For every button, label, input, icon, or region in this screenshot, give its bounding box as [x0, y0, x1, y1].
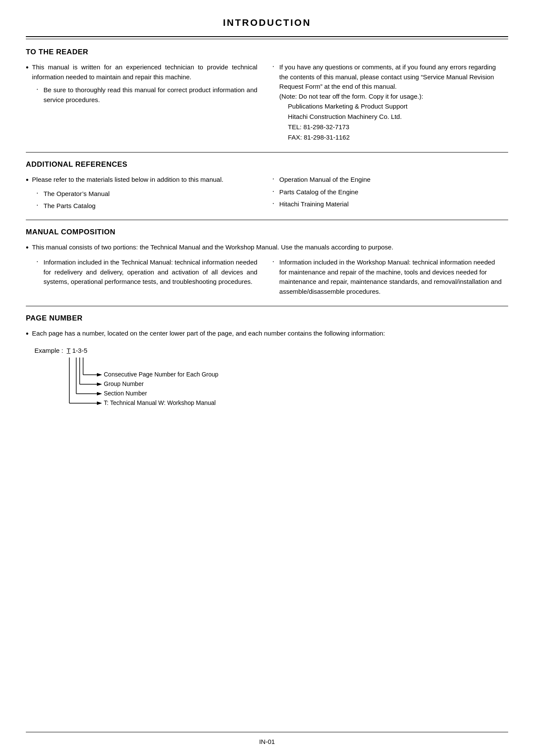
right-bullet-questions: ・ If you have any questions or comments,… — [270, 62, 502, 143]
section-header-manual-composition: MANUAL COMPOSITION — [26, 228, 508, 236]
bullet-item-manual-composition-intro: • This manual consists of two portions: … — [26, 243, 508, 253]
right-bullet-text-wm: Information included in the Workshop Man… — [279, 258, 502, 296]
manual-composition-right: ・ Information included in the Workshop M… — [270, 258, 502, 299]
sub-bullet-text-parts: The Parts Catalog — [43, 201, 96, 211]
bullet-text-pn: Each page has a number, located on the c… — [32, 329, 385, 339]
page-title: INTRODUCTION — [26, 17, 508, 32]
arrow-label-3: Section Number — [104, 390, 147, 397]
example-t: T — [67, 347, 71, 354]
manual-composition-content: ・ Information included in the Technical … — [26, 258, 508, 299]
note-text: (Note: Do not tear off the form. Copy it… — [279, 93, 423, 100]
sub-bullet-parts-catalog: ・ The Parts Catalog — [34, 201, 258, 211]
right-bullet-dot-ht: ・ — [270, 199, 276, 208]
svg-marker-7 — [97, 383, 102, 386]
right-bullet-text-ht: Hitachi Training Material — [279, 199, 349, 209]
contact-block: Publications Marketing & Product Support… — [288, 101, 502, 143]
sub-bullet-operators-manual: ・ The Operator’s Manual — [34, 189, 258, 199]
sub-bullet-text-tm: Information included in the Technical Ma… — [43, 258, 258, 287]
bullet-text-mc-intro: This manual consists of two portions: th… — [32, 243, 393, 252]
example-diagram: T 1-3-5 — [67, 347, 308, 410]
right-bullet-workshop-manual: ・ Information included in the Workshop M… — [270, 258, 502, 296]
sub-bullet-dot-parts: ・ — [34, 201, 40, 210]
bullet-dot-pn: • — [26, 329, 28, 339]
sub-bullet-dot-tm: ・ — [34, 258, 40, 266]
example-value: T 1-3-5 — [67, 347, 308, 354]
contact-line4: FAX: 81-298-31-1162 — [288, 134, 350, 141]
section-additional-references: ADDITIONAL REFERENCES • Please refer to … — [26, 160, 508, 213]
arrow-label-1: Consecutive Page Number for Each Group — [104, 371, 218, 378]
arrow-label-2: Group Number — [104, 380, 144, 387]
footer-rule — [26, 732, 508, 732]
right-bullet-text-pce: Parts Catalog of the Engine — [279, 187, 358, 197]
contact-line1: Publications Marketing & Product Support — [288, 103, 408, 110]
contact-line3: TEL: 81-298-32-7173 — [288, 123, 350, 131]
right-bullet-dot-1: ・ — [270, 62, 276, 71]
section-manual-composition: MANUAL COMPOSITION • This manual consist… — [26, 228, 508, 299]
section-page-number: PAGE NUMBER • Each page has a number, lo… — [26, 314, 508, 409]
svg-marker-11 — [97, 401, 102, 405]
sub-bullet-read-manual: ・ Be sure to thoroughly read this manual… — [34, 85, 258, 105]
to-the-reader-right: ・ If you have any questions or comments,… — [270, 62, 502, 145]
sub-bullet-technical-manual: ・ Information included in the Technical … — [34, 258, 258, 287]
arrow-label-4: T: Technical Manual W: Workshop Manual — [104, 399, 216, 406]
bullet-item-main-left: • This manual is written for an experien… — [26, 62, 258, 82]
right-bullet-operation-manual: ・ Operation Manual of the Engine — [270, 175, 502, 185]
right-bullet-text-om: Operation Manual of the Engine — [279, 175, 371, 185]
additional-references-content: • Please refer to the materials listed b… — [26, 175, 508, 213]
manual-composition-left: ・ Information included in the Technical … — [26, 258, 258, 299]
section-header-additional-references: ADDITIONAL REFERENCES — [26, 160, 508, 169]
additional-references-left: • Please refer to the materials listed b… — [26, 175, 258, 213]
right-bullet-dot-om: ・ — [270, 175, 276, 184]
diagram-svg: Consecutive Page Number for Each Group G… — [67, 357, 308, 408]
title-rule-bottom — [26, 39, 508, 39]
sub-bullet-dot-op: ・ — [34, 189, 40, 198]
bullet-item-page-number: • Each page has a number, located on the… — [26, 329, 508, 339]
section-rule-1 — [26, 152, 508, 152]
bullet-text-refer: Please refer to the materials listed bel… — [32, 175, 223, 185]
sub-bullet-text-1: Be sure to thoroughly read this manual f… — [43, 85, 258, 105]
section-header-page-number: PAGE NUMBER — [26, 314, 508, 323]
bullet-dot-1: • — [26, 62, 28, 73]
title-rule-top — [26, 36, 508, 37]
sub-bullet-dot-1: ・ — [34, 85, 40, 94]
section-to-the-reader: TO THE READER • This manual is written f… — [26, 48, 508, 145]
bullet-dot-refer: • — [26, 175, 28, 186]
to-the-reader-content: • This manual is written for an experien… — [26, 62, 508, 145]
section-rule-3 — [26, 306, 508, 306]
bullet-item-refer: • Please refer to the materials listed b… — [26, 175, 258, 186]
bullet-text-main-left: This manual is written for an experience… — [32, 62, 257, 82]
to-the-reader-left: • This manual is written for an experien… — [26, 62, 258, 145]
example-container: Example : T 1-3-5 — [34, 347, 508, 410]
svg-marker-9 — [97, 392, 102, 395]
right-bullet-parts-catalog-engine: ・ Parts Catalog of the Engine — [270, 187, 502, 197]
right-bullet-dot-pce: ・ — [270, 187, 276, 196]
contact-line2: Hitachi Construction Machinery Co. Ltd. — [288, 113, 402, 120]
additional-references-right: ・ Operation Manual of the Engine ・ Parts… — [270, 175, 502, 213]
right-bullet-dot-wm: ・ — [270, 258, 276, 266]
section-header-to-the-reader: TO THE READER — [26, 48, 508, 56]
right-bullet-text-1: If you have any questions or comments, a… — [279, 62, 502, 143]
example-numbers: 1-3-5 — [71, 347, 87, 354]
svg-marker-5 — [97, 373, 102, 376]
example-label: Example : — [34, 347, 63, 354]
bullet-dot-mc: • — [26, 243, 28, 253]
sub-bullet-text-op: The Operator’s Manual — [43, 189, 110, 199]
footer-page-number: IN-01 — [0, 738, 534, 745]
section-rule-2 — [26, 220, 508, 220]
right-bullet-hitachi-training: ・ Hitachi Training Material — [270, 199, 502, 209]
page-container: INTRODUCTION TO THE READER • This manual… — [0, 0, 534, 756]
